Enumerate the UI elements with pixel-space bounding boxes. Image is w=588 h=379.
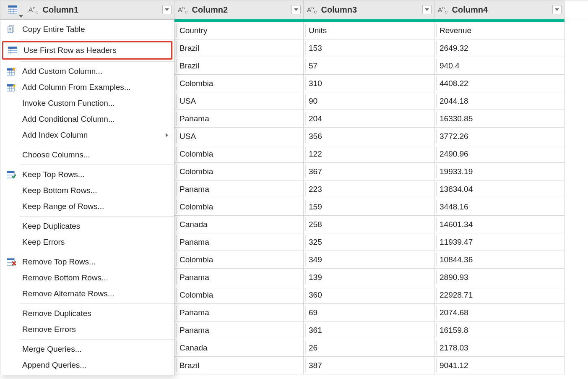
cell-col3[interactable]: 90 (304, 92, 434, 110)
menu-item[interactable]: Invoke Custom Function... (0, 95, 174, 111)
table-menu-button[interactable] (0, 0, 25, 19)
menu-item[interactable]: Keep Bottom Rows... (0, 183, 174, 199)
column-header-column3[interactable]: ABC Column3 (304, 0, 434, 19)
cell-col2[interactable]: Colombia (174, 163, 304, 180)
cell-col2[interactable]: Panama (174, 110, 304, 128)
menu-item[interactable]: Copy Entire Table (0, 21, 174, 37)
cell-col2[interactable]: Panama (174, 321, 304, 339)
cell-col4[interactable]: 2074.68 (434, 304, 565, 321)
cell-col3[interactable]: 139 (304, 269, 434, 286)
menu-item[interactable]: Keep Errors (0, 234, 174, 250)
cell-col2[interactable]: Brazil (174, 39, 304, 57)
menu-item[interactable]: Add Column From Examples... (0, 79, 174, 95)
cell-col2[interactable]: Panama (174, 269, 304, 286)
menu-item[interactable]: Remove Duplicates (0, 306, 174, 321)
filter-dropdown-icon[interactable] (162, 5, 172, 14)
cell-col4[interactable]: 2044.18 (434, 92, 565, 110)
column-name: Column2 (192, 5, 228, 15)
menu-item[interactable]: Append Queries... (0, 357, 174, 373)
svg-rect-33 (7, 259, 14, 260)
menu-item[interactable]: Remove Alternate Rows... (0, 286, 174, 302)
cell-col3[interactable]: 159 (304, 198, 434, 216)
cell-col4[interactable]: 3448.16 (434, 198, 565, 216)
type-label: ABC (29, 5, 39, 14)
menu-item[interactable]: Choose Columns... (0, 147, 174, 163)
cell-col4[interactable]: 13834.04 (434, 180, 565, 198)
cell-col3[interactable]: 325 (304, 233, 434, 251)
menu-separator (20, 165, 174, 165)
cell-col2[interactable]: Colombia (174, 198, 304, 216)
cell-col3[interactable]: 367 (304, 163, 434, 180)
cell-col4[interactable]: 3772.26 (434, 128, 565, 145)
cell-col4[interactable]: 4408.22 (434, 75, 565, 92)
cell-value: Colombia (180, 149, 213, 159)
filter-dropdown-icon[interactable] (291, 5, 301, 14)
menu-item[interactable]: Keep Duplicates (0, 218, 174, 234)
cell-col4[interactable]: 16330.85 (434, 110, 565, 128)
cell-value: 349 (309, 255, 322, 264)
cell-col2[interactable]: USA (174, 92, 304, 110)
filter-dropdown-icon[interactable] (552, 5, 562, 14)
cell-col4[interactable]: 22928.71 (434, 286, 565, 304)
menu-item[interactable]: Remove Bottom Rows... (0, 270, 174, 286)
column-header-column2[interactable]: ABC Column2 (174, 0, 304, 19)
cell-col4[interactable]: 2490.96 (434, 145, 565, 163)
menu-item[interactable]: Remove Errors (0, 321, 174, 337)
filter-dropdown-icon[interactable] (422, 5, 432, 14)
menu-item[interactable]: Add Custom Column... (0, 63, 174, 79)
cell-value: 16159.8 (440, 326, 468, 335)
menu-item[interactable]: Add Index Column (0, 127, 174, 143)
cell-col3[interactable]: 258 (304, 216, 434, 233)
cell-col4[interactable]: 19933.19 (434, 163, 565, 180)
cell-col3[interactable]: 57 (304, 57, 434, 75)
cell-col3[interactable]: 387 (304, 357, 434, 374)
cell-col3[interactable]: 223 (304, 180, 434, 198)
menu-item[interactable]: Add Conditional Column... (0, 111, 174, 127)
column-header-column4[interactable]: ABC Column4 (434, 0, 565, 19)
cell-col2[interactable]: Panama (174, 180, 304, 198)
cell-col2[interactable]: Colombia (174, 286, 304, 304)
cell-col4[interactable]: 10844.36 (434, 251, 565, 269)
cell-col4[interactable]: 11939.47 (434, 233, 565, 251)
menu-item[interactable]: Keep Range of Rows... (0, 199, 174, 214)
cell-col4[interactable]: 2178.03 (434, 339, 565, 357)
cell-col2[interactable]: Panama (174, 304, 304, 321)
cell-col4[interactable]: 16159.8 (434, 321, 565, 339)
column-name: Column1 (43, 5, 79, 15)
cell-col2[interactable]: Colombia (174, 75, 304, 92)
cell-col4[interactable]: 2890.93 (434, 269, 565, 286)
menu-item[interactable]: Keep Top Rows... (0, 167, 174, 183)
cell-col3[interactable]: 26 (304, 339, 434, 357)
cell-col2[interactable]: USA (174, 128, 304, 145)
cell-col4[interactable]: 9041.12 (434, 357, 565, 374)
cell-col3[interactable]: 122 (304, 145, 434, 163)
cell-col3[interactable]: 310 (304, 75, 434, 92)
cell-col2[interactable]: Colombia (174, 145, 304, 163)
cell-col3[interactable]: 349 (304, 251, 434, 269)
cell-col2[interactable]: Panama (174, 233, 304, 251)
cell-col3[interactable]: 356 (304, 128, 434, 145)
cell-col2[interactable]: Colombia (174, 251, 304, 269)
cell-col4[interactable]: 940.4 (434, 57, 565, 75)
cell-col3[interactable]: 204 (304, 110, 434, 128)
cell-col3[interactable]: 361 (304, 321, 434, 339)
cell-col3[interactable]: 360 (304, 286, 434, 304)
cell-col3[interactable]: 69 (304, 304, 434, 321)
cell-col2[interactable]: Brazil (174, 357, 304, 374)
cell-col2[interactable]: Canada (174, 339, 304, 357)
menu-item[interactable]: Remove Top Rows... (0, 254, 174, 270)
menu-item[interactable]: Merge Queries... (0, 341, 174, 357)
cell-value: Colombia (180, 167, 213, 176)
cell-col4[interactable]: 14601.34 (434, 216, 565, 233)
cell-col4[interactable]: 2649.32 (434, 39, 565, 57)
cell-col4[interactable]: Revenue (434, 22, 565, 39)
cell-col3[interactable]: 153 (304, 39, 434, 57)
cell-col2[interactable]: Canada (174, 216, 304, 233)
cell-value: 940.4 (440, 61, 460, 71)
menu-item[interactable]: Use First Row as Headers (2, 41, 172, 60)
column-header-column1[interactable]: ABC Column1 (25, 0, 174, 19)
cell-col3[interactable]: Units (304, 22, 434, 39)
column-name: Column3 (321, 5, 357, 15)
cell-col2[interactable]: Brazil (174, 57, 304, 75)
cell-col2[interactable]: Country (174, 22, 304, 39)
